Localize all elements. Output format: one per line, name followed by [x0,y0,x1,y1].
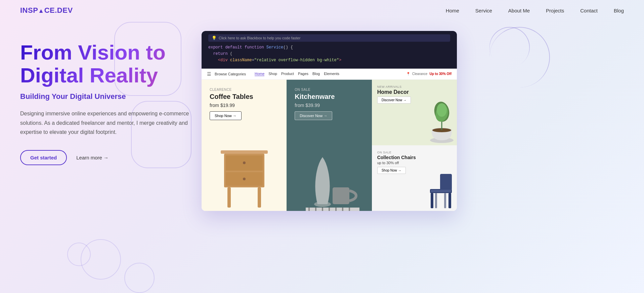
kitchen-tag: On Sale [295,88,363,91]
learn-more-link[interactable]: Learn more → [76,155,109,160]
svg-rect-7 [258,187,261,208]
ecom-nav-elements[interactable]: Elements [324,72,339,76]
ecom-nav-product[interactable]: Product [281,72,294,76]
nav-home[interactable]: Home [446,8,459,13]
hero-visual: 💡 Click here to ask Blackbox to help you… [202,31,624,211]
browse-categories: Browse Categories [215,72,246,76]
product-card-decor: New Arrivals Home Decor Discover Now → [372,80,457,145]
ecom-nav-links: Home Shop Product Pages Blog Elements [255,72,339,76]
nav-service[interactable]: Service [475,8,492,13]
bulb-icon: 💡 [212,36,217,40]
plant-image [425,102,457,145]
get-started-button[interactable]: Get started [20,150,67,165]
code-hint-text: Click here to ask Blackbox to help you c… [219,36,300,40]
svg-rect-28 [431,193,433,208]
hero-actions: Get started Learn more → [20,150,208,165]
deco-circle-1 [67,243,91,266]
hero-title: From Vision to Digital Reality [20,41,208,87]
product-card-kitchen: On Sale Kitchenware from $39.99 Discover… [287,80,372,211]
deco-circle-2 [81,239,121,280]
ecom-nav-home[interactable]: Home [255,72,264,76]
coffee-tag: Clearence [210,88,278,91]
ecom-preview: ☰ Browse Categories Home Shop Product Pa… [202,69,457,211]
svg-rect-29 [448,193,451,208]
ecom-nav-shop[interactable]: Shop [268,72,277,76]
hero-description: Designing immersive online experiences a… [20,109,195,137]
code-hint-bar[interactable]: 💡 Click here to ask Blackbox to help you… [208,34,450,42]
svg-rect-10 [306,208,359,211]
browser-mockup: 💡 Click here to ask Blackbox to help you… [202,31,457,211]
kitchen-name: Kitchenware [295,93,363,101]
chairs-shop-btn[interactable]: Shop Now → [377,167,406,174]
coffee-shop-btn[interactable]: Shop Now → [210,111,242,120]
furniture-image [207,123,281,211]
nav-blog[interactable]: Blog [614,8,624,13]
product-card-chairs: On Sale Collection Chairs up to 30% off … [372,145,457,211]
svg-rect-27 [431,190,451,192]
logo[interactable]: INSP▲CE.DEV [20,6,73,15]
nav-projects[interactable]: Projects [546,8,564,13]
svg-rect-6 [227,187,231,208]
chairs-name: Collection Chairs [377,155,452,160]
decor-name: Home Decor [377,89,452,95]
ecom-nav-blog[interactable]: Blog [312,72,320,76]
hamburger-icon[interactable]: ☰ [207,71,211,77]
svg-rect-30 [435,193,437,208]
svg-point-24 [437,103,447,117]
hero-content: From Vision to Digital Reality Building … [20,34,208,165]
svg-rect-9 [333,187,349,204]
nav-contact[interactable]: Contact [580,8,598,13]
kitchen-shop-btn[interactable]: Discover Now → [295,111,332,120]
chairs-tag: On Sale [377,151,452,154]
chairs-price: up to 30% off [377,161,452,165]
code-editor: 💡 Click here to ask Blackbox to help you… [202,31,457,69]
ecom-nav-pages[interactable]: Pages [298,72,308,76]
ecom-navbar: ☰ Browse Categories Home Shop Product Pa… [202,69,457,80]
sale-badge: Up to 30% Off [429,72,452,76]
coffee-name: Coffee Tables [210,93,278,101]
decor-tag: New Arrivals [377,85,452,88]
products-grid: Clearence Coffee Tables from $19.99 Shop… [202,80,457,211]
nav-about[interactable]: About Me [508,8,530,13]
product-card-coffee: Clearence Coffee Tables from $19.99 Shop… [202,80,287,211]
code-line-3: <div className="relative overflow-hidden… [208,57,450,64]
decor-discover-btn[interactable]: Discover Now → [377,97,411,104]
code-line-1: export default function Service() { [208,44,450,51]
svg-rect-0 [221,150,268,154]
deco-circle-3 [124,263,155,293]
svg-rect-26 [440,174,452,190]
kitchenware-image [299,137,359,211]
ecom-nav-right: 📍 Clearance Up to 30% Off [406,72,452,76]
product-cards-right: New Arrivals Home Decor Discover Now → [372,80,457,211]
coffee-price: from $19.99 [210,103,278,108]
chair-image [423,171,457,211]
hero-section: From Vision to Digital Reality Building … [0,21,644,211]
header: INSP▲CE.DEV Home Service About Me Projec… [0,0,644,21]
main-nav: Home Service About Me Projects Contact B… [446,8,624,13]
svg-point-4 [243,161,246,164]
clearance-label: Clearance [412,72,428,76]
svg-rect-31 [444,193,446,208]
hero-subtitle: Building Your Digital Universe [20,92,208,101]
kitchen-price: from $39.99 [295,103,363,108]
svg-point-5 [243,178,246,180]
code-line-2: return ( [208,51,450,57]
